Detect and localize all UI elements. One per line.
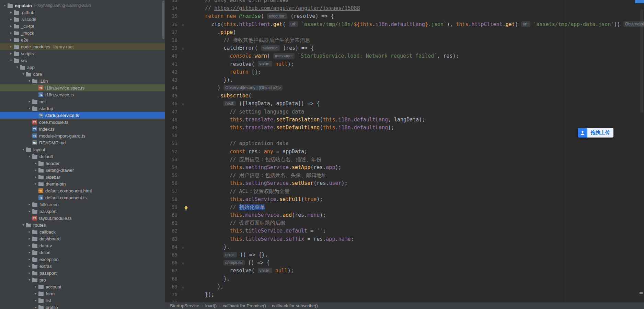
tree-folder-header[interactable]: ▸header: [0, 160, 165, 167]
code-line-40[interactable]: 40 console.warn( message: `StartupServic…: [165, 52, 644, 60]
chevron-down-icon[interactable]: ▾: [8, 57, 14, 64]
line-number[interactable]: 55: [165, 171, 177, 179]
chevron-down-icon[interactable]: ▾: [14, 64, 20, 71]
line-number[interactable]: 38: [165, 36, 177, 44]
code-line-37[interactable]: 37 .pipe(: [165, 28, 644, 36]
line-number[interactable]: 50: [165, 132, 177, 140]
line-number[interactable]: 65: [165, 251, 177, 259]
code-line-65[interactable]: 65 error: () => {},: [165, 251, 644, 259]
tree-folder-form[interactable]: ▸form: [0, 290, 165, 297]
code-line-44[interactable]: 44 ) Observable<any | [Object x2]>: [165, 84, 644, 92]
breadcrumb-item[interactable]: load(): [205, 303, 217, 308]
tree-folder-fullscreen[interactable]: ▸fullscreen: [0, 201, 165, 208]
tree-folder-e2e[interactable]: ▸e2e: [0, 36, 165, 43]
line-number[interactable]: 67: [165, 267, 177, 275]
line-number[interactable]: 39: [165, 44, 177, 52]
chevron-right-icon[interactable]: ▸: [33, 180, 38, 187]
chevron-right-icon[interactable]: ▸: [27, 256, 32, 263]
chevron-right-icon[interactable]: ▸: [27, 235, 32, 242]
code-line-39[interactable]: 39∨ catchError( selector: (res) => {: [165, 44, 644, 52]
tree-folder-startup[interactable]: ▾startup: [0, 105, 165, 112]
line-number[interactable]: 54: [165, 164, 177, 171]
breadcrumb-item[interactable]: callback for Promise(): [223, 303, 266, 308]
tree-file-index.ts[interactable]: TSindex.ts: [0, 126, 165, 132]
code-line-35[interactable]: 35 return new Promise( executor: (resolv…: [165, 12, 644, 20]
tree-folder-passport[interactable]: ▸passport: [0, 270, 165, 276]
chevron-right-icon[interactable]: ▸: [33, 160, 38, 167]
line-number[interactable]: 34: [165, 4, 177, 12]
code-line-56[interactable]: 56 this.settingService.setUser(res.user)…: [165, 179, 644, 187]
line-number[interactable]: 42: [165, 68, 177, 76]
tree-folder-account[interactable]: ▸account: [0, 283, 165, 290]
tree-folder-theme-btn[interactable]: ▸theme-btn: [0, 180, 165, 187]
tree-folder-_mock[interactable]: ▸_mock: [0, 29, 165, 36]
code-line-45[interactable]: 45 .subscribe(: [165, 92, 644, 100]
line-number[interactable]: 60: [165, 211, 177, 219]
line-number[interactable]: 45: [165, 92, 177, 100]
tree-folder-setting-drawer[interactable]: ▸setting-drawer: [0, 167, 165, 174]
code-line-67[interactable]: 67 resolve( value: null);: [165, 267, 644, 275]
line-number[interactable]: 66: [165, 259, 177, 267]
code-line-70[interactable]: 70 });: [165, 291, 644, 299]
tree-folder-ng-alain[interactable]: ▾ng-alainF:\xyf\angular\ng-alain\ng-alai…: [0, 2, 165, 9]
line-number[interactable]: 57: [165, 188, 177, 195]
code-line-49[interactable]: 49 this.translate.setDefaultLang(this.i1…: [165, 124, 644, 132]
tree-folder-list[interactable]: ▸list: [0, 297, 165, 304]
chevron-right-icon[interactable]: ▸: [8, 9, 14, 16]
tree-folder-app[interactable]: ▾app: [0, 64, 165, 71]
tree-file-README.md[interactable]: MDREADME.md: [0, 139, 165, 146]
drag-upload-button[interactable]: 拖拽上传: [578, 128, 613, 138]
tree-file-default.component.ts[interactable]: TSdefault.component.ts: [0, 194, 165, 201]
chevron-right-icon[interactable]: ▸: [27, 98, 32, 105]
line-number[interactable]: 49: [165, 124, 177, 132]
tree-folder-exception[interactable]: ▸exception: [0, 256, 165, 263]
chevron-right-icon[interactable]: ▸: [33, 167, 38, 174]
line-number[interactable]: 61: [165, 219, 177, 227]
chevron-right-icon[interactable]: ▸: [33, 297, 38, 304]
chevron-right-icon[interactable]: ▸: [8, 43, 14, 50]
chevron-right-icon[interactable]: ▸: [8, 16, 14, 23]
code-line-53[interactable]: 53 // 应用信息：包括站点名、描述、年份: [165, 156, 644, 164]
line-number[interactable]: 43: [165, 76, 177, 84]
line-number[interactable]: 58: [165, 195, 177, 203]
fold-end-marker-icon[interactable]: ∧: [182, 285, 184, 289]
fold-marker-icon[interactable]: ∨: [182, 47, 184, 50]
tree-folder-callback[interactable]: ▸callback: [0, 228, 165, 235]
tree-folder-delon[interactable]: ▸delon: [0, 249, 165, 256]
code-line-51[interactable]: 51 // application data: [165, 140, 644, 147]
line-number[interactable]: 53: [165, 156, 177, 164]
code-line-54[interactable]: 54 this.settingService.setApp(res.app);: [165, 164, 644, 171]
code-line-57[interactable]: 57 // ACL：设置权限为全量: [165, 188, 644, 195]
tree-file-default.component.html[interactable]: <>default.component.html: [0, 187, 165, 194]
tree-file-module-import-guard.ts[interactable]: TSmodule-import-guard.ts: [0, 132, 165, 139]
chevron-right-icon[interactable]: ▸: [27, 228, 32, 235]
chevron-right-icon[interactable]: ▸: [33, 174, 38, 180]
tree-file-i18n.service.ts[interactable]: TSi18n.service.ts: [0, 91, 165, 98]
code-line-64[interactable]: 64∧ },: [165, 243, 644, 251]
line-number[interactable]: 36: [165, 21, 177, 28]
code-line-50[interactable]: 50: [165, 132, 644, 140]
line-number[interactable]: 48: [165, 116, 177, 124]
chevron-right-icon[interactable]: ▸: [27, 249, 32, 256]
code-line-48[interactable]: 48 this.translate.setTranslation(this.i1…: [165, 116, 644, 124]
tree-folder-core[interactable]: ▾core: [0, 71, 165, 78]
chevron-right-icon[interactable]: ▸: [8, 36, 14, 43]
code-line-55[interactable]: 55 // 用户信息：包括姓名、头像、邮箱地址: [165, 171, 644, 179]
tree-folder-extras[interactable]: ▸extras: [0, 263, 165, 270]
fold-marker-icon[interactable]: ∨: [182, 23, 184, 27]
line-number[interactable]: 56: [165, 179, 177, 187]
code-line-47[interactable]: 47 // setting language data: [165, 108, 644, 116]
line-number[interactable]: 47: [165, 108, 177, 116]
code-line-36[interactable]: 36∨ zip(this.httpClient.get( url: `asset…: [165, 21, 644, 28]
code-line-43[interactable]: 43 }),: [165, 76, 644, 84]
line-number[interactable]: 70: [165, 291, 177, 299]
code-line-42[interactable]: 42 return [];: [165, 68, 644, 76]
chevron-right-icon[interactable]: ▸: [33, 304, 38, 309]
code-line-59[interactable]: 59 // 初始化菜单: [165, 203, 644, 211]
code-line-62[interactable]: 62 this.titleService.default = '';: [165, 227, 644, 235]
tree-folder-i18n[interactable]: ▾i18n: [0, 78, 165, 84]
chevron-down-icon[interactable]: ▾: [2, 2, 8, 9]
chevron-right-icon[interactable]: ▸: [27, 270, 32, 276]
tree-folder-.github[interactable]: ▸.github: [0, 9, 165, 16]
code-line-33[interactable]: 33 // only works with promises: [165, 0, 644, 4]
